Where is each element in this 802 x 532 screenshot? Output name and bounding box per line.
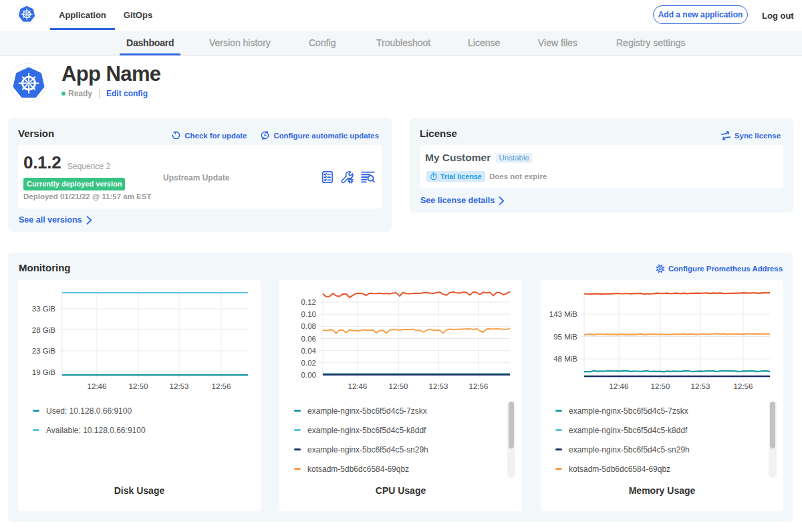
svg-text:0.08: 0.08 [301,322,316,330]
svg-text:12:53: 12:53 [429,382,448,390]
svg-text:12:50: 12:50 [389,382,408,390]
svg-text:12:46: 12:46 [348,382,368,390]
svg-text:12:53: 12:53 [170,382,189,390]
svg-text:28 GiB: 28 GiB [32,326,55,334]
svg-text:0.10: 0.10 [301,310,316,318]
svg-text:0.04: 0.04 [301,347,317,355]
svg-text:0.02: 0.02 [301,359,316,367]
svg-text:23 GiB: 23 GiB [32,347,55,355]
svg-text:12:56: 12:56 [469,382,489,390]
svg-text:0.00: 0.00 [301,371,316,379]
svg-text:12:46: 12:46 [610,382,629,390]
svg-text:12:56: 12:56 [734,382,753,390]
svg-text:12:46: 12:46 [88,382,107,390]
svg-text:0.12: 0.12 [301,298,316,306]
svg-text:12:53: 12:53 [691,382,710,390]
svg-text:19 GiB: 19 GiB [32,368,55,376]
svg-text:33 GiB: 33 GiB [32,305,55,313]
svg-text:12:56: 12:56 [212,382,231,390]
svg-text:12:50: 12:50 [651,382,670,390]
svg-text:0.06: 0.06 [301,335,316,343]
svg-text:95 MiB: 95 MiB [553,333,577,341]
svg-text:48 MiB: 48 MiB [553,355,577,363]
svg-text:12:50: 12:50 [129,382,148,390]
svg-text:143 MiB: 143 MiB [549,310,578,318]
